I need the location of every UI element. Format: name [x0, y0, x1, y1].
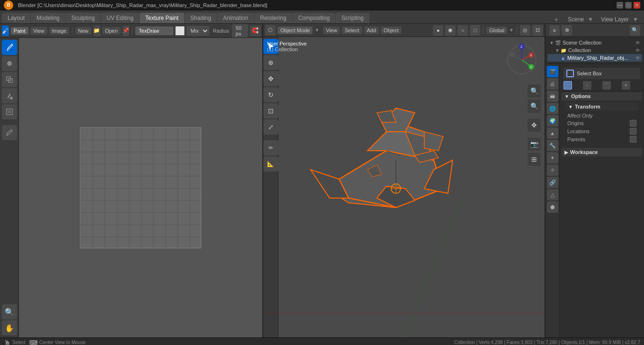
search-outliner-button[interactable]: 🔍	[630, 25, 640, 36]
tab-shading[interactable]: Shading	[185, 13, 217, 23]
pan-tool[interactable]: ✋	[2, 320, 17, 336]
viewport-mode-icon[interactable]: ⬡	[265, 25, 276, 36]
material-props-icon[interactable]: ⬟	[547, 201, 558, 213]
overlay-icon[interactable]: ◎	[520, 25, 530, 36]
tab-texture-paint[interactable]: Texture Paint	[140, 13, 184, 23]
collection-icon: 📁	[561, 48, 566, 53]
tab-modeling[interactable]: Modeling	[31, 13, 65, 23]
folder-icon[interactable]: 📁	[93, 26, 100, 36]
view-menu-button[interactable]: View	[323, 27, 340, 34]
collection-info: Collection | Verts:4,298 | Faces:3,803 |…	[454, 340, 640, 345]
tab-scripting[interactable]: Scripting	[336, 13, 369, 23]
minimize-button[interactable]: —	[617, 2, 623, 9]
grid-button[interactable]: ⊞	[528, 153, 541, 166]
view-layer-dropdown-icon[interactable]: ▼	[633, 16, 638, 23]
visibility-icon[interactable]: 👁	[635, 40, 640, 45]
zoom-in-button[interactable]: 🔍	[528, 84, 541, 98]
select-menu-button[interactable]: Select	[342, 27, 362, 34]
tab-uv-editing[interactable]: UV Editing	[101, 13, 139, 23]
object-data-icon[interactable]: △	[547, 189, 558, 200]
pin-icon[interactable]: 📌	[123, 26, 130, 36]
coll-visibility-icon[interactable]: 👁	[635, 48, 640, 53]
sel-box-icon[interactable]: □	[564, 81, 572, 90]
parents-checkbox[interactable]	[630, 136, 636, 143]
locations-row: Locations	[567, 128, 636, 135]
view-nav-tools: 🔍 ✋	[2, 304, 17, 336]
locations-checkbox[interactable]	[630, 128, 636, 135]
paint-button[interactable]: Paint	[11, 27, 28, 35]
scene-props-icon[interactable]: 🌐	[547, 103, 558, 114]
zoom-out-button[interactable]: 🔍	[528, 100, 541, 113]
radius-value[interactable]: 50 px	[232, 24, 248, 37]
new-button[interactable]: New	[75, 27, 91, 35]
constraint-props-icon[interactable]: 🔗	[547, 177, 558, 188]
material-preview-icon[interactable]: ◉	[445, 25, 456, 36]
sep4	[517, 27, 517, 34]
svg-point-1	[7, 61, 12, 66]
world-props-icon[interactable]: 🌍	[547, 115, 558, 127]
modifier-props-icon[interactable]: 🔧	[547, 140, 558, 151]
tab-rendering[interactable]: Rendering	[254, 13, 292, 23]
sel-lasso-icon[interactable]: ⌒	[602, 81, 611, 90]
paint-mode-icon[interactable]: 🖌	[2, 26, 9, 36]
solid-view-icon[interactable]: ○	[457, 25, 468, 36]
open-button[interactable]: Open	[102, 27, 121, 35]
view-button[interactable]: View	[30, 27, 47, 35]
maximize-button[interactable]: □	[625, 2, 632, 9]
tab-sculpting[interactable]: Sculpting	[66, 13, 100, 23]
select-box-button[interactable]: Select Box	[564, 68, 640, 79]
output-props-icon[interactable]: 🖨	[547, 78, 558, 90]
view-layer-props-icon[interactable]: 🏔	[547, 91, 558, 102]
3d-viewport[interactable]: ⊕ ✥ ↻ ⊡ ⤢ ✏ 📐 User Perspective (1) Colle…	[263, 37, 545, 337]
render-preview-icon[interactable]: ●	[433, 25, 443, 36]
wireframe-view-icon[interactable]: □	[470, 25, 480, 36]
view-layer-label: View Layer	[601, 16, 629, 23]
brush-name-input[interactable]	[135, 27, 173, 35]
global-orientation[interactable]: Global	[486, 27, 507, 34]
pan-button[interactable]: ✥	[528, 118, 541, 132]
fill-tool[interactable]	[2, 88, 17, 103]
clone-tool[interactable]	[2, 72, 17, 87]
transform-header[interactable]: ▼ Transform	[565, 102, 638, 111]
mask-tool[interactable]	[2, 104, 17, 119]
annotate-tool[interactable]	[2, 125, 17, 140]
sidebar-icon-2[interactable]: ⊕	[562, 25, 572, 36]
object-mode-button[interactable]: Object Mode	[277, 27, 313, 34]
nav-gizmo-svg: X Y Z	[503, 41, 541, 79]
scene-collection-item[interactable]: ▼ 🎬 Scene Collection 👁	[547, 39, 642, 46]
sel-paint-icon[interactable]: ✦	[622, 81, 630, 90]
object-props-icon[interactable]: ▲	[547, 127, 558, 139]
texture-paint-toolbar: 🖌 Paint View Image New 📁 Open 📌 Mix Radi…	[0, 24, 262, 38]
tab-animation[interactable]: Animation	[217, 13, 254, 23]
smear-tool[interactable]	[2, 56, 17, 71]
separator-1	[72, 27, 72, 35]
render-props-icon[interactable]: 🎬	[547, 66, 558, 77]
close-button[interactable]: ✕	[634, 2, 640, 9]
blend-mode-select[interactable]: Mix	[187, 26, 209, 36]
color-preview[interactable]	[175, 26, 185, 36]
obj-visibility-icon[interactable]: 👁	[635, 55, 640, 61]
paint-brush-tool[interactable]	[2, 40, 17, 55]
zoom-tool[interactable]: 🔍	[2, 304, 17, 319]
object-menu-button[interactable]: Object	[381, 27, 402, 34]
collection-item[interactable]: ▼ 📁 Collection 👁	[547, 46, 642, 54]
scene-dropdown-icon[interactable]: ▼	[588, 16, 593, 23]
particle-props-icon[interactable]: ✦	[547, 152, 558, 163]
sel-circle-icon[interactable]: ○	[583, 81, 591, 90]
options-header[interactable]: ▼ Options	[562, 92, 642, 100]
plus-tab-button[interactable]: +	[555, 16, 558, 23]
snap-icon[interactable]: 🧲	[250, 26, 260, 36]
global-dropdown[interactable]: ▼	[509, 27, 514, 33]
sidebar-icon-1[interactable]: ≡	[549, 25, 560, 36]
workspace-header[interactable]: ▶ Workspace	[562, 148, 642, 156]
physics-props-icon[interactable]: ⚛	[547, 164, 558, 176]
mode-dropdown-icon[interactable]: ▼	[314, 27, 319, 33]
add-menu-button[interactable]: Add	[364, 27, 379, 34]
tab-layout[interactable]: Layout	[2, 13, 30, 23]
origins-checkbox[interactable]	[630, 120, 636, 127]
tab-compositing[interactable]: Compositing	[293, 13, 336, 23]
image-button[interactable]: Image	[49, 27, 70, 35]
xray-icon[interactable]: ⊡	[532, 25, 543, 36]
camera-button[interactable]: 📷	[528, 137, 541, 151]
object-item[interactable]: ▲ Military_Ship_Radar_obj... 👁	[547, 54, 642, 62]
